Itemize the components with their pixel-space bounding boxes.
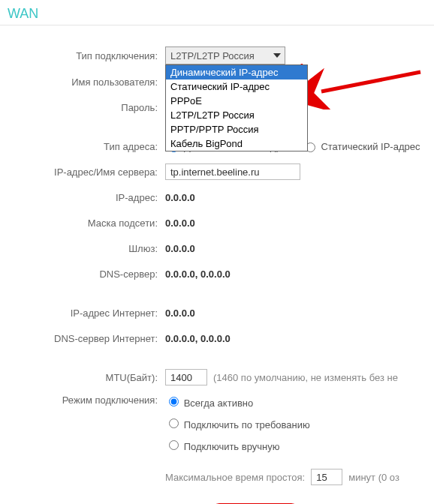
chevron-down-icon xyxy=(273,53,281,58)
radio-mode-demand[interactable]: Подключить по требованию xyxy=(165,416,310,430)
conn-type-selected: L2TP/L2TP Россия xyxy=(170,50,255,62)
label-conn-type: Тип подключения: xyxy=(0,50,165,62)
label-dns: DNS-сервер: xyxy=(0,268,165,280)
label-addr-type: Тип адреса: xyxy=(0,141,165,152)
label-idle: Максимальное время простоя: xyxy=(165,472,305,483)
label-dns-inet: DNS-сервер Интернет: xyxy=(0,333,165,344)
label-mtu: MTU(Байт): xyxy=(0,372,165,383)
radio-mode-manual-label: Подключить вручную xyxy=(184,441,280,452)
label-password: Пароль: xyxy=(0,102,165,113)
mtu-input[interactable] xyxy=(165,369,207,386)
conn-type-option[interactable]: PPPoE xyxy=(166,94,307,108)
page-title: WAN xyxy=(0,0,434,26)
value-dns: 0.0.0.0, 0.0.0.0 xyxy=(165,268,231,280)
value-mask: 0.0.0.0 xyxy=(165,218,195,229)
conn-type-option[interactable]: Кабель BigPond xyxy=(166,136,307,151)
conn-type-dropdown[interactable]: Динамический IP-адресСтатический IP-адре… xyxy=(165,64,308,152)
radio-static-ip-label: Статический IP-адрес xyxy=(321,141,420,152)
conn-type-select[interactable]: L2TP/L2TP Россия xyxy=(165,46,285,64)
conn-type-option[interactable]: PPTP/PPTP Россия xyxy=(166,122,307,136)
idle-input[interactable] xyxy=(311,469,342,485)
server-input[interactable] xyxy=(165,164,300,180)
conn-type-option[interactable]: Статический IP-адрес xyxy=(166,80,307,94)
label-ip-inet: IP-адрес Интернет: xyxy=(0,308,165,319)
label-gateway: Шлюз: xyxy=(0,243,165,254)
value-gateway: 0.0.0.0 xyxy=(165,243,195,254)
label-ip: IP-адрес: xyxy=(0,192,165,203)
value-ip-inet: 0.0.0.0 xyxy=(165,308,195,319)
radio-mode-always-input[interactable] xyxy=(169,397,179,406)
radio-mode-manual-input[interactable] xyxy=(169,440,179,450)
radio-mode-manual[interactable]: Подключить вручную xyxy=(165,438,279,452)
mtu-hint: (1460 по умолчанию, не изменять без не xyxy=(213,372,398,383)
label-idle-unit: минут (0 оз xyxy=(348,472,399,483)
label-mode: Режим подключения: xyxy=(0,394,165,406)
radio-mode-always-label: Всегда активно xyxy=(184,398,254,409)
label-username: Имя пользователя: xyxy=(0,76,165,88)
label-mask: Маска подсети: xyxy=(0,218,165,229)
radio-mode-demand-label: Подключить по требованию xyxy=(184,419,310,430)
value-dns-inet: 0.0.0.0, 0.0.0.0 xyxy=(165,333,231,344)
value-ip: 0.0.0.0 xyxy=(165,192,195,203)
radio-mode-always[interactable]: Всегда активно xyxy=(165,394,253,409)
label-server: IP-адрес/Имя сервера: xyxy=(0,166,165,178)
radio-static-ip[interactable]: Статический IP-адрес xyxy=(302,140,420,152)
conn-type-option[interactable]: Динамический IP-адрес xyxy=(166,65,307,80)
radio-mode-demand-input[interactable] xyxy=(169,418,179,428)
conn-type-option[interactable]: L2TP/L2TP Россия xyxy=(166,108,307,122)
